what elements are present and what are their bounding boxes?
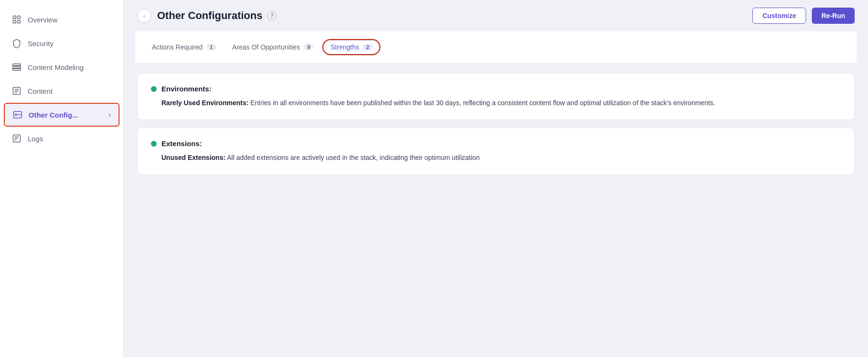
- card-extensions-title-row: Extensions:: [151, 139, 841, 148]
- svg-rect-2: [13, 20, 16, 23]
- card-environments-title-row: Environments:: [151, 85, 841, 93]
- svg-rect-4: [13, 64, 21, 65]
- overview-icon: [11, 14, 22, 25]
- sidebar-item-security[interactable]: Security: [0, 31, 123, 55]
- page-title: Other Configurations ?: [157, 10, 277, 22]
- content-area: Actions Required 1 Areas Of Opportunitie…: [124, 31, 868, 357]
- sidebar-item-overview[interactable]: Overview: [0, 8, 123, 31]
- content-icon: [11, 86, 22, 96]
- page-header: ‹ Other Configurations ? Customize Re-Ru…: [124, 0, 868, 31]
- tab-bar: Actions Required 1 Areas Of Opportunitie…: [135, 31, 857, 63]
- green-dot-environments: [151, 86, 157, 92]
- header-actions: Customize Re-Run: [752, 8, 855, 24]
- tab-badge-actions-required: 1: [207, 44, 216, 50]
- tab-strengths[interactable]: Strengths 2: [323, 40, 379, 54]
- card-text-environments: Entries in all environments have been pu…: [249, 99, 715, 107]
- sidebar-label-security: Security: [28, 40, 53, 48]
- other-config-icon: [12, 109, 23, 120]
- cards-container: Environments: Rarely Used Environments: …: [135, 73, 857, 175]
- tab-label-areas-of-opportunities: Areas Of Opportunities: [232, 43, 300, 51]
- tab-actions-required[interactable]: Actions Required 1: [145, 40, 223, 54]
- green-dot-extensions: [151, 141, 157, 147]
- security-icon: [11, 38, 22, 49]
- svg-rect-1: [18, 16, 20, 19]
- back-button[interactable]: ‹: [137, 9, 151, 23]
- sidebar-item-content[interactable]: Content: [0, 79, 123, 103]
- tab-strengths-highlight: Strengths 2: [322, 39, 380, 55]
- sidebar-item-other-config[interactable]: Other Config... ›: [4, 103, 120, 127]
- sidebar-label-other-config: Other Config...: [29, 111, 78, 119]
- help-icon[interactable]: ?: [267, 11, 277, 20]
- sidebar: Overview Security Content Modeling: [0, 0, 124, 357]
- sidebar-item-logs[interactable]: Logs: [0, 127, 123, 150]
- card-subtitle-extensions: Unused Extensions:: [161, 154, 226, 161]
- sidebar-label-content-modeling: Content Modeling: [28, 63, 84, 71]
- svg-rect-0: [13, 16, 16, 19]
- logs-icon: [11, 133, 22, 144]
- tab-label-actions-required: Actions Required: [152, 43, 203, 51]
- content-modeling-icon: [11, 62, 22, 72]
- sidebar-label-overview: Overview: [28, 16, 58, 24]
- tab-label-strengths: Strengths: [330, 43, 359, 51]
- card-body-extensions: Unused Extensions: All added extensions …: [151, 152, 841, 163]
- svg-point-12: [15, 114, 17, 115]
- card-title-environments: Environments:: [161, 85, 211, 93]
- chevron-right-icon: ›: [109, 111, 111, 119]
- rerun-button[interactable]: Re-Run: [812, 8, 855, 24]
- svg-rect-5: [13, 66, 21, 68]
- card-body-environments: Rarely Used Environments: Entries in all…: [151, 98, 841, 108]
- svg-rect-3: [18, 20, 20, 23]
- card-subtitle-environments: Rarely Used Environments:: [161, 99, 249, 107]
- card-text-extensions: All added extensions are actively used i…: [226, 154, 480, 161]
- card-extensions: Extensions: Unused Extensions: All added…: [137, 128, 855, 175]
- sidebar-label-content: Content: [28, 87, 53, 95]
- customize-button[interactable]: Customize: [752, 8, 806, 24]
- tab-badge-strengths: 2: [363, 44, 372, 50]
- sidebar-item-content-modeling[interactable]: Content Modeling: [0, 55, 123, 79]
- svg-rect-6: [13, 69, 21, 70]
- card-title-extensions: Extensions:: [161, 139, 202, 148]
- main-content: ‹ Other Configurations ? Customize Re-Ru…: [124, 0, 868, 357]
- sidebar-label-logs: Logs: [28, 135, 43, 143]
- tab-areas-of-opportunities[interactable]: Areas Of Opportunities 9: [225, 40, 321, 54]
- tab-badge-areas-of-opportunities: 9: [304, 44, 313, 50]
- card-environments: Environments: Rarely Used Environments: …: [137, 73, 855, 120]
